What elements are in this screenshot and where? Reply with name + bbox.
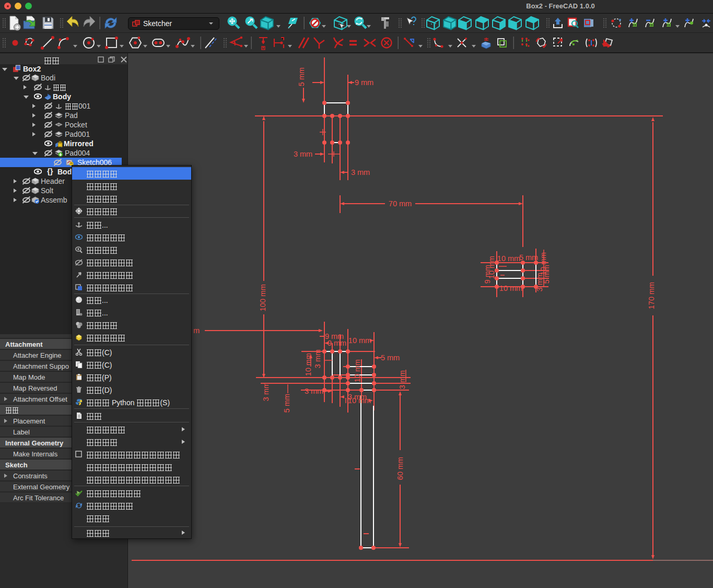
svg-text:5 mm: 5 mm — [542, 265, 551, 284]
svg-text:5 mm: 5 mm — [519, 253, 538, 262]
svg-text:100 mm: 100 mm — [259, 284, 267, 311]
svg-text:3 mm: 3 mm — [313, 349, 322, 368]
svg-text:5 mm: 5 mm — [297, 67, 306, 86]
svg-text:60 mm: 60 mm — [396, 457, 404, 480]
svg-text:3 mm: 3 mm — [262, 382, 270, 401]
svg-text:10 mm: 10 mm — [348, 396, 371, 405]
svg-text:10 mm: 10 mm — [487, 256, 496, 279]
svg-text:5 mm: 5 mm — [283, 394, 291, 413]
svg-text:10 mm: 10 mm — [348, 336, 371, 345]
svg-text:10 mm: 10 mm — [497, 254, 520, 263]
svg-text:m: m — [193, 326, 200, 335]
svg-text:3 mm: 3 mm — [305, 387, 323, 395]
svg-text:9 mm: 9 mm — [355, 78, 373, 87]
svg-text:3 mm: 3 mm — [351, 168, 370, 177]
svg-text:3 mm: 3 mm — [294, 150, 312, 158]
svg-text:5 mm: 5 mm — [381, 354, 400, 362]
svg-text:10 mm: 10 mm — [353, 359, 361, 382]
svg-text:3 mm: 3 mm — [398, 370, 406, 389]
svg-text:70 mm: 70 mm — [389, 199, 412, 208]
svg-text:10 mm: 10 mm — [499, 284, 522, 292]
svg-text:170 mm: 170 mm — [647, 282, 656, 309]
svg-text:9 mm: 9 mm — [328, 339, 346, 347]
